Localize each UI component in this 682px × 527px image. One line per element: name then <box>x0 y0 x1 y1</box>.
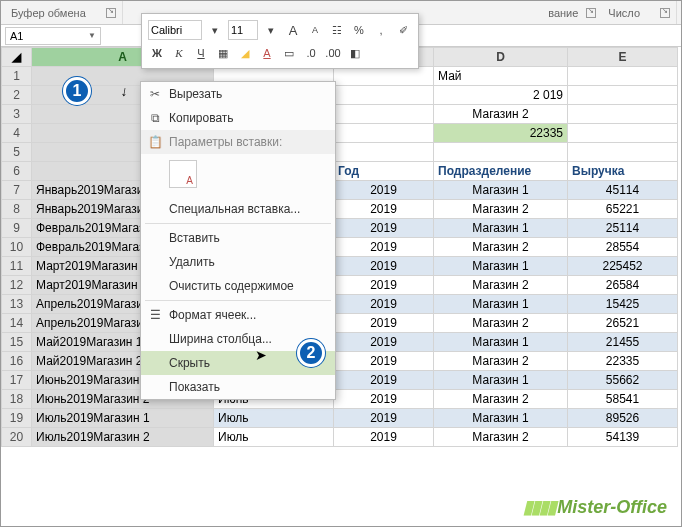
ctx-delete[interactable]: Удалить <box>141 250 335 274</box>
ctx-insert[interactable]: Вставить <box>141 226 335 250</box>
table-header-revenue[interactable]: Выручка <box>568 162 678 181</box>
row-header[interactable]: 11 <box>2 257 32 276</box>
row-header[interactable]: 4 <box>2 124 32 143</box>
decrease-decimal-icon[interactable]: .00 <box>324 44 342 62</box>
name-box[interactable]: A1 ▼ <box>5 27 101 45</box>
comma-icon[interactable]: , <box>372 21 390 39</box>
underline-button[interactable]: Ч <box>192 44 210 62</box>
cell-division[interactable]: Магазин 1 <box>434 333 568 352</box>
column-header-D[interactable]: D <box>434 48 568 67</box>
cell-division[interactable]: Магазин 1 <box>434 371 568 390</box>
filter-month[interactable]: Май <box>434 67 568 86</box>
row-header[interactable]: 20 <box>2 428 32 447</box>
cell-year[interactable]: 2019 <box>334 314 434 333</box>
cell-year[interactable]: 2019 <box>334 409 434 428</box>
font-name-select[interactable] <box>148 20 202 40</box>
filter-year[interactable]: 2 019 <box>434 86 568 105</box>
accounting-format-icon[interactable]: ☷ <box>328 21 346 39</box>
font-size-select[interactable] <box>228 20 258 40</box>
cell-division[interactable]: Магазин 1 <box>434 257 568 276</box>
ctx-cut[interactable]: ✂Вырезать <box>141 82 335 106</box>
cell-year[interactable]: 2019 <box>334 390 434 409</box>
row-header[interactable]: 1 <box>2 67 32 86</box>
cell-revenue[interactable]: 22335 <box>568 352 678 371</box>
filter-revenue[interactable]: 22335 <box>434 124 568 143</box>
column-header-E[interactable]: E <box>568 48 678 67</box>
percent-icon[interactable]: % <box>350 21 368 39</box>
row-header[interactable]: 18 <box>2 390 32 409</box>
number-launcher-icon[interactable] <box>660 8 670 18</box>
cell-year[interactable]: 2019 <box>334 295 434 314</box>
alignment-launcher-icon[interactable] <box>586 8 596 18</box>
cell-revenue[interactable]: 45114 <box>568 181 678 200</box>
cell-division[interactable]: Магазин 2 <box>434 276 568 295</box>
cell-division[interactable]: Магазин 2 <box>434 200 568 219</box>
format-icon[interactable]: ◧ <box>346 44 364 62</box>
cell-key[interactable]: Июль2019Магазин 1 <box>32 409 214 428</box>
cell-revenue[interactable]: 54139 <box>568 428 678 447</box>
row-header[interactable]: 5 <box>2 143 32 162</box>
font-size-dd-icon[interactable]: ▾ <box>262 21 280 39</box>
row-header[interactable]: 3 <box>2 105 32 124</box>
row-header[interactable]: 17 <box>2 371 32 390</box>
cell-revenue[interactable]: 225452 <box>568 257 678 276</box>
font-name-dd-icon[interactable]: ▾ <box>206 21 224 39</box>
cell-division[interactable]: Магазин 2 <box>434 390 568 409</box>
ctx-show[interactable]: Показать <box>141 375 335 399</box>
border-icon[interactable]: ▦ <box>214 44 232 62</box>
increase-font-icon[interactable]: A <box>284 21 302 39</box>
cell-year[interactable]: 2019 <box>334 181 434 200</box>
worksheet-grid[interactable]: ◢ A B C D E 1Май 22 019 3Магазин 2 42233… <box>1 47 681 447</box>
cell-year[interactable]: 2019 <box>334 200 434 219</box>
cell-revenue[interactable]: 26521 <box>568 314 678 333</box>
clipboard-launcher-icon[interactable] <box>106 8 116 18</box>
cell-revenue[interactable]: 58541 <box>568 390 678 409</box>
ctx-format-cells[interactable]: ☰Формат ячеек... <box>141 303 335 327</box>
increase-decimal-icon[interactable]: .0 <box>302 44 320 62</box>
cell-revenue[interactable]: 15425 <box>568 295 678 314</box>
cell-division[interactable]: Магазин 2 <box>434 352 568 371</box>
cell-month[interactable]: Июль <box>214 428 334 447</box>
cell-division[interactable]: Магазин 2 <box>434 238 568 257</box>
cell-year[interactable]: 2019 <box>334 352 434 371</box>
cell-division[interactable]: Магазин 2 <box>434 314 568 333</box>
cell-revenue[interactable]: 89526 <box>568 409 678 428</box>
table-header-division[interactable]: Подразделение <box>434 162 568 181</box>
cell-division[interactable]: Магазин 1 <box>434 181 568 200</box>
cell-revenue[interactable]: 28554 <box>568 238 678 257</box>
row-header[interactable]: 14 <box>2 314 32 333</box>
cell-year[interactable]: 2019 <box>334 219 434 238</box>
cell-revenue[interactable]: 65221 <box>568 200 678 219</box>
italic-button[interactable]: К <box>170 44 188 62</box>
format-painter-icon[interactable]: ✐ <box>394 21 412 39</box>
row-header[interactable]: 7 <box>2 181 32 200</box>
cell-revenue[interactable]: 21455 <box>568 333 678 352</box>
fill-color-icon[interactable]: ◢ <box>236 44 254 62</box>
row-header[interactable]: 19 <box>2 409 32 428</box>
cell-year[interactable]: 2019 <box>334 428 434 447</box>
cell-year[interactable]: 2019 <box>334 333 434 352</box>
row-header[interactable]: 9 <box>2 219 32 238</box>
filter-division[interactable]: Магазин 2 <box>434 105 568 124</box>
paste-option-keep-formatting[interactable] <box>169 160 197 188</box>
decrease-font-icon[interactable]: A <box>306 21 324 39</box>
cell-revenue[interactable]: 25114 <box>568 219 678 238</box>
cell-year[interactable]: 2019 <box>334 257 434 276</box>
merge-icon[interactable]: ▭ <box>280 44 298 62</box>
row-header[interactable]: 8 <box>2 200 32 219</box>
cell-month[interactable]: Июль <box>214 409 334 428</box>
row-header[interactable]: 16 <box>2 352 32 371</box>
cell-division[interactable]: Магазин 1 <box>434 295 568 314</box>
ctx-copy[interactable]: ⧉Копировать <box>141 106 335 130</box>
row-header[interactable]: 10 <box>2 238 32 257</box>
row-header[interactable]: 12 <box>2 276 32 295</box>
cell-year[interactable]: 2019 <box>334 276 434 295</box>
font-color-icon[interactable]: A <box>258 44 276 62</box>
table-header-year[interactable]: Год <box>334 162 434 181</box>
cell-key[interactable]: Июль2019Магазин 2 <box>32 428 214 447</box>
bold-button[interactable]: Ж <box>148 44 166 62</box>
cell-revenue[interactable]: 55662 <box>568 371 678 390</box>
name-box-dropdown-icon[interactable]: ▼ <box>88 31 96 40</box>
ctx-clear[interactable]: Очистить содержимое <box>141 274 335 298</box>
row-header[interactable]: 15 <box>2 333 32 352</box>
